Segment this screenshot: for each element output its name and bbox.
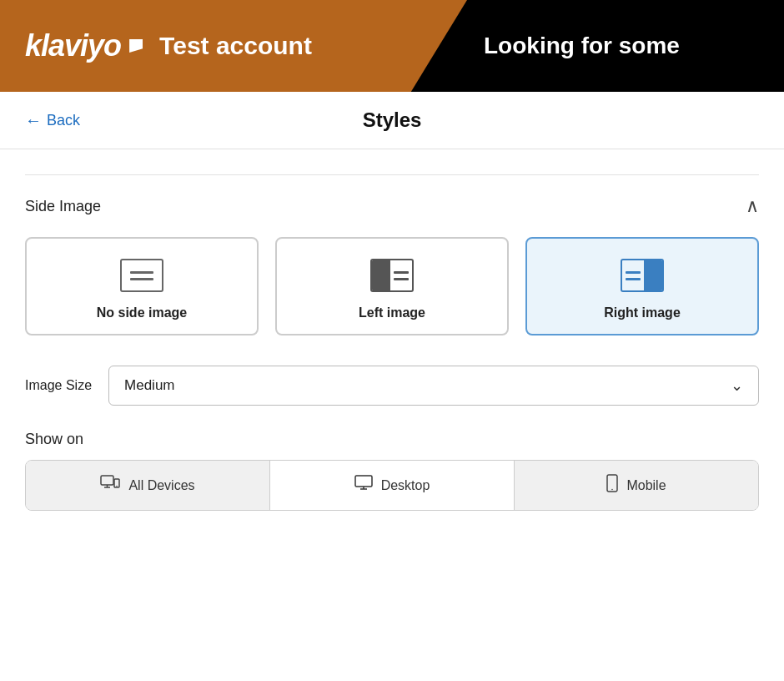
collapse-icon[interactable]: ∧	[746, 195, 759, 217]
right-lines	[390, 260, 412, 290]
show-on-label: Show on	[25, 431, 759, 448]
icon-line	[130, 271, 153, 274]
image-size-label: Image Size	[25, 378, 92, 393]
svg-point-9	[612, 489, 614, 491]
no-side-image-icon	[120, 259, 163, 292]
klaviyo-logo: klaviyo	[25, 28, 143, 63]
option-no-side-image[interactable]: No side image	[25, 237, 259, 335]
back-arrow-icon: ←	[25, 111, 42, 130]
icon-line	[626, 278, 641, 280]
icon-line	[394, 271, 409, 274]
desktop-icon	[354, 475, 373, 496]
mobile-icon	[606, 474, 618, 497]
page-title: Styles	[363, 108, 422, 132]
show-on-section: Show on All Devices	[25, 431, 759, 511]
image-options: No side image Left image	[25, 237, 759, 335]
right-block	[644, 260, 662, 290]
option-left-image[interactable]: Left image	[275, 237, 509, 335]
left-block	[372, 260, 390, 290]
left-lines	[622, 260, 644, 290]
svg-rect-0	[101, 476, 113, 485]
logo-flag	[129, 39, 143, 53]
svg-point-4	[117, 486, 118, 487]
no-side-image-label: No side image	[97, 305, 187, 320]
mobile-label: Mobile	[626, 478, 666, 493]
brand-area: klaviyo Test account	[0, 0, 467, 92]
main-content: Side Image ∧ No side image	[0, 149, 784, 536]
device-options: All Devices Desktop	[25, 460, 759, 511]
icon-line	[130, 278, 153, 280]
back-link[interactable]: ← Back	[25, 111, 80, 130]
header-looking-text: Looking for some	[467, 0, 680, 92]
section-header: Side Image ∧	[25, 195, 759, 217]
image-size-row: Image Size Medium ⌄	[25, 366, 759, 406]
all-devices-icon	[100, 475, 120, 496]
left-image-label: Left image	[359, 305, 425, 320]
left-image-icon	[370, 259, 414, 292]
account-name: Test account	[143, 32, 345, 60]
mobile-button[interactable]: Mobile	[515, 461, 758, 510]
side-image-section: Side Image ∧ No side image	[25, 174, 759, 511]
image-size-value: Medium	[124, 377, 174, 394]
app-header: klaviyo Test account Looking for some	[0, 0, 784, 92]
all-devices-button[interactable]: All Devices	[26, 461, 270, 510]
right-image-icon	[621, 259, 664, 292]
icon-line	[394, 278, 409, 280]
all-devices-label: All Devices	[128, 478, 194, 493]
icon-line	[626, 271, 641, 274]
desktop-button[interactable]: Desktop	[270, 461, 515, 510]
image-size-dropdown[interactable]: Medium ⌄	[108, 366, 759, 406]
sub-header: ← Back Styles	[0, 92, 784, 149]
logo-text: klaviyo	[25, 28, 121, 63]
right-image-label: Right image	[604, 305, 681, 320]
svg-rect-5	[355, 476, 372, 487]
option-right-image[interactable]: Right image	[525, 237, 759, 335]
back-label: Back	[47, 112, 80, 129]
desktop-label: Desktop	[381, 478, 430, 493]
dropdown-chevron-icon: ⌄	[731, 376, 743, 395]
section-title: Side Image	[25, 198, 101, 215]
